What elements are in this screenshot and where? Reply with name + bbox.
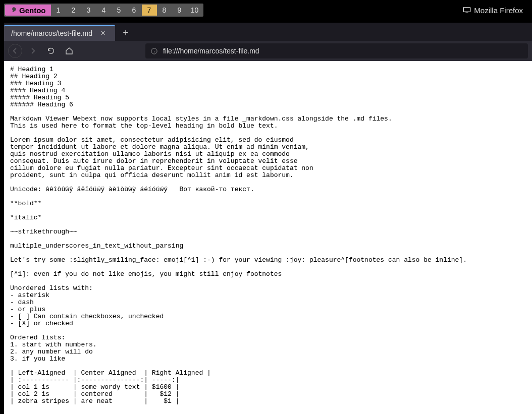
workspace-5[interactable]: 5 <box>112 5 127 16</box>
firefox-window: /home/marcos/test-file.md × + file:///ho… <box>4 23 532 414</box>
browser-toolbar: file:///home/marcos/test-file.md <box>4 41 532 61</box>
back-button[interactable] <box>8 44 22 58</box>
info-icon <box>150 47 158 55</box>
gentoo-icon <box>10 7 17 14</box>
url-bar[interactable]: file:///home/marcos/test-file.md <box>145 43 528 58</box>
reload-icon <box>47 47 55 55</box>
forward-button[interactable] <box>25 43 40 58</box>
close-tab-button[interactable]: × <box>98 29 108 38</box>
desktop-top-bar: Gentoo 12345678910 Mozilla Firefox <box>0 0 532 20</box>
workspace-2[interactable]: 2 <box>66 5 81 16</box>
home-button[interactable] <box>62 43 77 58</box>
workspace-7[interactable]: 7 <box>142 5 157 16</box>
workspace-9[interactable]: 9 <box>172 5 187 16</box>
workspace-8[interactable]: 8 <box>157 5 172 16</box>
workspace-1[interactable]: 1 <box>51 5 66 16</box>
svg-rect-0 <box>464 8 470 12</box>
workspace-10[interactable]: 10 <box>187 5 202 16</box>
browser-tab[interactable]: /home/marcos/test-file.md × <box>4 25 115 41</box>
workspace-3[interactable]: 3 <box>81 5 96 16</box>
back-arrow-icon <box>11 47 19 55</box>
workspace-switcher: Gentoo 12345678910 <box>4 4 203 17</box>
tab-label: /home/marcos/test-file.md <box>11 29 92 37</box>
forward-arrow-icon <box>29 47 37 55</box>
url-text: file:///home/marcos/test-file.md <box>163 47 259 55</box>
distro-label: Gentoo <box>19 6 46 15</box>
workspace-6[interactable]: 6 <box>127 5 142 16</box>
workspace-4[interactable]: 4 <box>96 5 112 16</box>
reload-button[interactable] <box>43 43 59 58</box>
tab-strip: /home/marcos/test-file.md × + <box>4 23 532 41</box>
page-content: # Heading 1 ## Heading 2 ### Heading 3 #… <box>4 61 532 414</box>
new-tab-button[interactable]: + <box>118 25 133 40</box>
home-icon <box>65 47 73 55</box>
monitor-icon <box>463 7 471 14</box>
distro-pill: Gentoo <box>5 5 51 16</box>
current-window-title: Mozilla Firefox <box>463 6 528 15</box>
